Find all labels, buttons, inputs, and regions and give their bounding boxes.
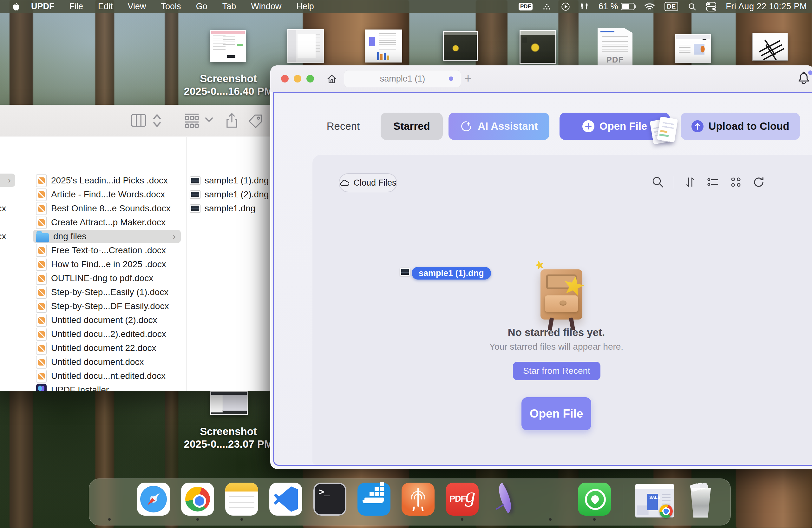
desktop-file-thumbnail[interactable]	[365, 29, 402, 62]
previous-column-selected-row[interactable]: ›	[0, 174, 15, 187]
file-row[interactable]: Untitled document.docx	[32, 355, 187, 369]
file-row[interactable]: sample1 (1).dng	[187, 174, 273, 187]
menu-item[interactable]: File	[70, 2, 84, 11]
dragged-file-chip[interactable]: sample1 (1).dng	[412, 267, 491, 280]
search-icon[interactable]	[651, 175, 665, 189]
desktop-file-thumbnail[interactable]	[443, 31, 478, 61]
tag-icon[interactable]	[247, 112, 264, 129]
previous-column-partial[interactable]: ocx	[0, 229, 6, 243]
file-icon	[36, 300, 47, 313]
file-row[interactable]: sample1.dng	[187, 201, 273, 215]
tab-starred[interactable]: Starred	[381, 113, 443, 140]
menu-item[interactable]: Help	[296, 2, 314, 11]
previous-column-partial[interactable]: ocx	[0, 201, 6, 215]
screenshot-label-top[interactable]: Screenshot 2025-0....16.40 PM	[171, 72, 286, 98]
notifications-bell-icon[interactable]	[796, 70, 812, 87]
chevron-down-icon[interactable]	[204, 116, 214, 123]
file-row[interactable]: OUTLINE-dng to pdf.docx	[32, 271, 187, 285]
star-from-recent-button[interactable]: Star from Recent	[513, 362, 600, 380]
chevron-right-icon: ›	[173, 232, 176, 241]
dock-app[interactable]: u	[534, 483, 567, 516]
tab-recent[interactable]: Recent	[322, 113, 365, 140]
file-row[interactable]: Untitled document 22.docx	[32, 341, 187, 355]
active-app-name[interactable]: UPDF	[31, 2, 55, 11]
app-icon	[490, 483, 523, 516]
desktop-file-thumbnail[interactable]	[520, 30, 556, 64]
desktop-file-thumbnail[interactable]	[675, 34, 711, 63]
minimize-window-button[interactable]	[294, 75, 301, 83]
column-view-icon[interactable]	[129, 112, 148, 129]
keyboard-layout-badge[interactable]: DE	[665, 2, 679, 11]
file-row[interactable]: Untitled document (2).docx	[32, 313, 187, 327]
trash-icon[interactable]	[685, 483, 716, 518]
cloud-files-filter[interactable]: Cloud Files	[339, 173, 397, 192]
pdf-status-icon[interactable]: PDF	[519, 3, 533, 11]
file-row[interactable]: sample1 (2).dng	[187, 187, 273, 201]
dock-app[interactable]	[578, 483, 611, 516]
menu-item[interactable]: Window	[251, 2, 281, 11]
control-center-icon[interactable]	[706, 2, 716, 11]
list-view-icon[interactable]	[706, 175, 720, 189]
view-stepper-icon[interactable]	[151, 113, 162, 128]
screen-mirroring-icon[interactable]	[542, 2, 552, 11]
dock-app[interactable]: PDF g	[446, 483, 479, 516]
menu-item[interactable]: Tools	[161, 2, 181, 11]
battery-status[interactable]: 61 %	[598, 2, 635, 11]
zoom-window-button[interactable]	[306, 75, 314, 83]
upload-to-cloud-button[interactable]: Upload to Cloud	[681, 113, 800, 140]
file-row[interactable]: Untitled docu...nt.edited.docx	[32, 369, 187, 383]
ai-assistant-button[interactable]: AI Assistant	[449, 113, 549, 140]
desktop-file-thumbnail[interactable]	[287, 29, 324, 63]
dock-app[interactable]: >_	[314, 483, 346, 516]
dock-app[interactable]	[225, 483, 258, 516]
chevron-right-icon: ›	[8, 175, 11, 185]
dock-app[interactable]	[358, 483, 390, 516]
now-playing-icon[interactable]	[561, 2, 570, 11]
home-button[interactable]	[325, 72, 339, 86]
menu-item[interactable]: Go	[196, 2, 207, 11]
dock-app[interactable]	[269, 483, 302, 516]
sort-icon[interactable]	[683, 175, 697, 189]
new-tab-button[interactable]: +	[464, 71, 472, 86]
file-row[interactable]: Article - Find...te Words.docx	[32, 187, 187, 201]
grid-view-icon[interactable]	[729, 175, 743, 189]
group-by-icon[interactable]	[183, 112, 201, 129]
file-row[interactable]: Free Text-to-...Creation .docx	[32, 243, 187, 257]
minimized-window-thumbnail[interactable]: SALE	[635, 484, 675, 517]
file-row[interactable]: Untitled docu...2).edited.docx	[32, 327, 187, 341]
menu-item[interactable]: View	[128, 2, 146, 11]
menu-bar-clock[interactable]: Fri Aug 22 10:25 PM	[726, 2, 807, 11]
refresh-icon[interactable]	[752, 175, 766, 189]
desktop-file-thumbnail[interactable]	[752, 33, 788, 61]
menu-item[interactable]: Edit	[98, 2, 113, 11]
desktop-file-thumbnail-screenshot[interactable]	[210, 391, 248, 415]
dock-app[interactable]	[402, 483, 435, 516]
file-row[interactable]: Step-by-Step...DF Easily.docx	[32, 299, 187, 313]
airpods-icon[interactable]	[580, 2, 589, 11]
apple-menu-icon[interactable]	[12, 2, 20, 11]
file-row[interactable]: 2025's Leadin...id Picks .docx	[32, 174, 187, 187]
dock-app[interactable]	[181, 483, 214, 516]
file-row[interactable]: Step-by-Step...Easily (1).docx	[32, 285, 187, 299]
tab-title: sample1 (1)	[380, 74, 425, 84]
menu-item[interactable]: Tab	[222, 2, 236, 11]
file-row[interactable]: dng files ›	[32, 229, 187, 243]
dock-app[interactable]	[93, 483, 126, 516]
open-file-primary-button[interactable]: Open File	[521, 397, 591, 430]
dock-app[interactable]	[137, 483, 170, 516]
file-row[interactable]: UPDF Installer	[32, 383, 187, 391]
file-row[interactable]: Best Online 8...e Sounds.docx	[32, 201, 187, 215]
share-icon[interactable]	[223, 112, 241, 129]
wifi-icon[interactable]	[644, 2, 655, 11]
spotlight-search-icon[interactable]	[688, 2, 697, 11]
close-window-button[interactable]	[281, 75, 289, 83]
open-file-button[interactable]: Open File	[560, 113, 670, 140]
desktop-file-thumbnail[interactable]	[210, 30, 246, 62]
desktop-file-thumbnail[interactable]: PDF	[598, 28, 633, 66]
list-toolbar	[651, 172, 766, 192]
file-row[interactable]: How to Find...e in 2025 .docx	[32, 257, 187, 271]
document-tab[interactable]: sample1 (1)	[344, 70, 461, 87]
file-row[interactable]: Create Attract...p Maker.docx	[32, 215, 187, 229]
dock-app[interactable]	[490, 483, 523, 516]
finder-file-browser: › x ocx ocx 2025's Leadin...id Picks .do…	[0, 137, 273, 391]
